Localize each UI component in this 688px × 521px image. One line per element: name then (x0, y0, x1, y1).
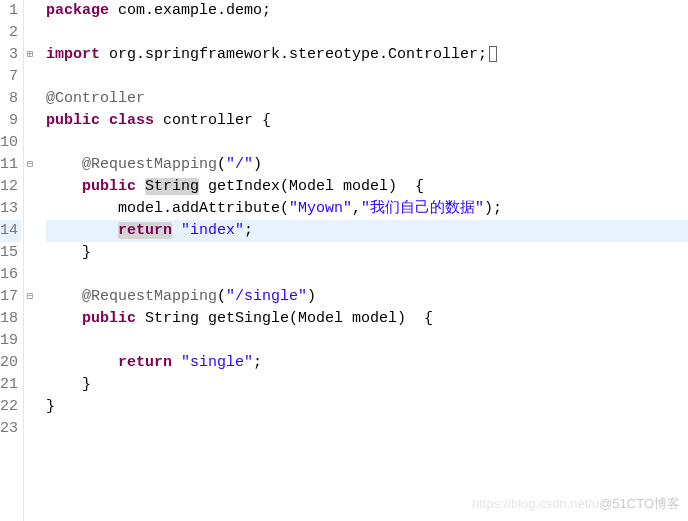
line-number: 11 (0, 154, 21, 176)
line-number: 9 (0, 110, 21, 132)
keyword: import (46, 46, 100, 63)
line-number: 21 (0, 374, 21, 396)
code-line[interactable] (46, 418, 688, 440)
code-text: } (46, 398, 55, 415)
keyword: public (46, 112, 100, 129)
code-line[interactable]: } (46, 242, 688, 264)
annotation: @Controller (46, 90, 145, 107)
code-text: ( (217, 156, 226, 173)
code-text: } (82, 376, 91, 393)
keyword: package (46, 2, 109, 19)
string-literal: "index" (181, 222, 244, 239)
code-text: org.springframework.stereotype.Controlle… (100, 46, 487, 63)
code-editor[interactable]: 1 2 3 7 8 9 10 11 12 13 14 15 16 17 18 1… (0, 0, 688, 521)
annotation: @RequestMapping (82, 288, 217, 305)
code-text: ( (217, 288, 226, 305)
keyword: return (118, 222, 172, 239)
code-text: } (82, 244, 91, 261)
line-number: 2 (0, 22, 21, 44)
code-text: ); (484, 200, 502, 217)
code-line[interactable]: return "single"; (46, 352, 688, 374)
fold-marker-column: ⊞ ⊟ ⊟ (24, 0, 38, 521)
code-line[interactable] (46, 264, 688, 286)
string-literal: "我们自己的数据" (361, 200, 484, 217)
line-number: 19 (0, 330, 21, 352)
code-text: , (352, 200, 361, 217)
code-line[interactable]: public String getIndex(Model model) { (46, 176, 688, 198)
line-number: 17 (0, 286, 21, 308)
keyword: public (82, 310, 136, 327)
keyword: class (109, 112, 154, 129)
string-literal: "/single" (226, 288, 307, 305)
code-line[interactable]: import org.springframework.stereotype.Co… (46, 44, 688, 66)
line-number: 12 (0, 176, 21, 198)
code-line[interactable]: model.addAttribute("Myown","我们自己的数据"); (46, 198, 688, 220)
string-literal: "single" (181, 354, 253, 371)
code-line[interactable]: public class controller { (46, 110, 688, 132)
code-line[interactable] (46, 66, 688, 88)
collapse-fold-icon[interactable]: ⊟ (25, 160, 35, 170)
keyword: return (118, 354, 172, 371)
collapse-fold-icon[interactable]: ⊟ (25, 292, 35, 302)
code-text: ) (253, 156, 262, 173)
code-line[interactable]: @RequestMapping("/single") (46, 286, 688, 308)
code-line[interactable]: } (46, 396, 688, 418)
code-line[interactable]: public String getSingle(Model model) { (46, 308, 688, 330)
code-text: model.addAttribute( (118, 200, 289, 217)
code-text: ; (244, 222, 253, 239)
line-number: 8 (0, 88, 21, 110)
string-literal: "Myown" (289, 200, 352, 217)
collapsed-indicator-icon[interactable] (489, 46, 497, 62)
line-number: 10 (0, 132, 21, 154)
code-text: ) (307, 288, 316, 305)
code-line[interactable] (46, 132, 688, 154)
line-number: 22 (0, 396, 21, 418)
line-number: 13 (0, 198, 21, 220)
line-number: 14 (0, 220, 21, 242)
code-text (172, 354, 181, 371)
code-line[interactable] (46, 330, 688, 352)
code-line[interactable]: } (46, 374, 688, 396)
line-number-gutter: 1 2 3 7 8 9 10 11 12 13 14 15 16 17 18 1… (0, 0, 24, 521)
code-text (172, 222, 181, 239)
string-literal: "/" (226, 156, 253, 173)
highlighted-word: String (145, 178, 199, 195)
code-line[interactable] (46, 22, 688, 44)
line-number: 20 (0, 352, 21, 374)
code-text: getIndex(Model model) { (199, 178, 424, 195)
line-number: 7 (0, 66, 21, 88)
code-area[interactable]: package com.example.demo; import org.spr… (38, 0, 688, 521)
code-line[interactable]: @RequestMapping("/") (46, 154, 688, 176)
code-text: String getSingle(Model model) { (136, 310, 433, 327)
line-number: 15 (0, 242, 21, 264)
annotation: @RequestMapping (82, 156, 217, 173)
code-line[interactable]: package com.example.demo; (46, 0, 688, 22)
code-text: ; (253, 354, 262, 371)
code-line-current[interactable]: return "index"; (46, 220, 688, 242)
line-number: 23 (0, 418, 21, 440)
line-number: 1 (0, 0, 21, 22)
code-text: com.example.demo; (109, 2, 271, 19)
line-number: 3 (0, 44, 21, 66)
expand-fold-icon[interactable]: ⊞ (25, 50, 35, 60)
code-line[interactable]: @Controller (46, 88, 688, 110)
line-number: 18 (0, 308, 21, 330)
keyword: public (82, 178, 136, 195)
line-number: 16 (0, 264, 21, 286)
code-text: controller { (154, 112, 271, 129)
